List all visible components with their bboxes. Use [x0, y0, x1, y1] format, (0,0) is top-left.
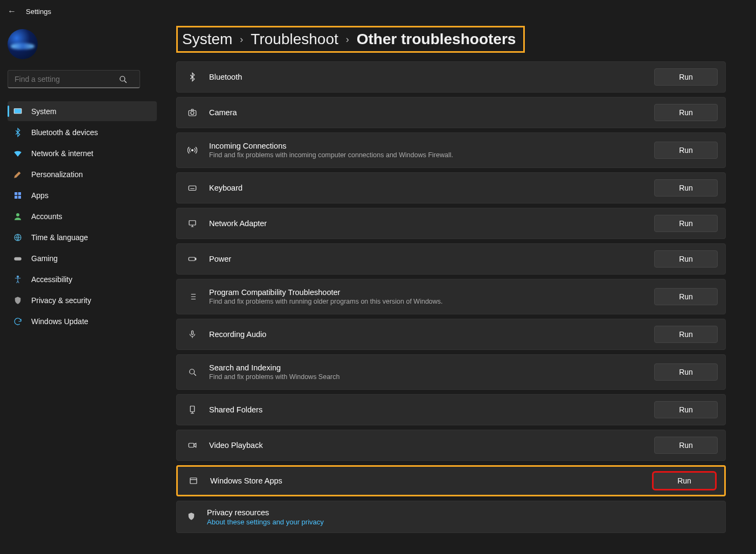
chevron-right-icon: › — [346, 34, 349, 45]
svg-point-20 — [190, 369, 195, 374]
sidebar-item-gaming[interactable]: Gaming — [8, 248, 157, 268]
svg-line-1 — [124, 81, 127, 83]
search-icon — [186, 367, 198, 377]
privacy-link[interactable]: About these settings and your privacy — [207, 518, 324, 526]
sidebar-item-label: Windows Update — [31, 317, 88, 326]
sidebar-item-label: Time & language — [31, 233, 88, 242]
sidebar-item-personalization[interactable]: Personalization — [8, 164, 157, 184]
battery-icon — [186, 254, 198, 264]
window-title: Settings — [26, 8, 51, 16]
card-title: Recording Audio — [209, 330, 643, 339]
troubleshooter-bluetooth: Bluetooth Run — [176, 61, 726, 93]
breadcrumb-current: Other troubleshooters — [357, 31, 516, 48]
svg-rect-15 — [189, 186, 196, 190]
troubleshooter-video-playback: Video Playback Run — [176, 430, 726, 461]
svg-rect-10 — [14, 257, 22, 260]
sidebar-item-bluetooth[interactable]: Bluetooth & devices — [8, 122, 157, 142]
card-title: Power — [209, 255, 643, 263]
person-icon — [13, 212, 23, 221]
list-icon — [186, 292, 198, 301]
titlebar: ← Settings — [0, 0, 756, 23]
run-button[interactable]: Run — [654, 104, 718, 121]
troubleshooter-camera: Camera Run — [176, 97, 726, 128]
sidebar-item-accessibility[interactable]: Accessibility — [8, 269, 157, 289]
back-button[interactable]: ← — [8, 6, 16, 16]
breadcrumb-highlight: System › Troubleshoot › Other troublesho… — [176, 26, 525, 53]
server-icon — [186, 405, 198, 415]
troubleshooter-recording-audio: Recording Audio Run — [176, 319, 726, 350]
apps-icon — [13, 191, 23, 200]
card-title: Program Compatibility Troubleshooter — [209, 288, 643, 297]
shield-icon — [13, 296, 23, 305]
sidebar-item-system[interactable]: System — [8, 101, 157, 121]
card-title: Keyboard — [209, 184, 643, 192]
card-title: Incoming Connections — [209, 142, 643, 150]
svg-point-11 — [17, 276, 19, 277]
card-title: Camera — [209, 108, 643, 117]
nav: System Bluetooth & devices Network & int… — [8, 101, 157, 331]
shield-icon — [186, 511, 196, 523]
avatar[interactable] — [8, 29, 38, 59]
troubleshooter-incoming: Incoming Connections Find and fix proble… — [176, 132, 726, 168]
card-title: Video Playback — [209, 441, 643, 450]
card-title: Windows Store Apps — [210, 476, 641, 485]
sidebar-item-privacy[interactable]: Privacy & security — [8, 290, 157, 310]
troubleshooter-list: Bluetooth Run Camera Run Incoming Connec… — [176, 61, 726, 496]
brush-icon — [13, 170, 23, 179]
wifi-icon — [13, 149, 23, 158]
svg-rect-7 — [18, 195, 21, 198]
run-button[interactable]: Run — [652, 471, 717, 490]
run-button[interactable]: Run — [654, 215, 718, 232]
main: System › Troubleshoot › Other troublesho… — [164, 23, 756, 549]
run-button[interactable]: Run — [654, 250, 718, 268]
run-button[interactable]: Run — [654, 401, 718, 418]
troubleshooter-search-indexing: Search and Indexing Find and fix problem… — [176, 354, 726, 390]
svg-rect-4 — [15, 192, 17, 195]
sidebar-item-network[interactable]: Network & internet — [8, 143, 157, 163]
sidebar-item-label: Bluetooth & devices — [31, 128, 98, 137]
video-icon — [186, 440, 198, 450]
breadcrumb-system[interactable]: System — [182, 31, 232, 48]
troubleshooter-power: Power Run — [176, 243, 726, 275]
sidebar-item-label: Apps — [31, 191, 48, 200]
search-container — [8, 70, 157, 88]
sidebar-item-accounts[interactable]: Accounts — [8, 206, 157, 226]
card-subtitle: Find and fix problems with incoming comp… — [209, 151, 643, 159]
breadcrumb-troubleshoot[interactable]: Troubleshoot — [251, 31, 338, 48]
sidebar-item-apps[interactable]: Apps — [8, 185, 157, 205]
svg-rect-6 — [15, 195, 17, 198]
svg-rect-24 — [190, 478, 197, 484]
accessibility-icon — [13, 275, 23, 284]
svg-line-21 — [194, 374, 196, 376]
troubleshooter-program-compat: Program Compatibility Troubleshooter Fin… — [176, 279, 726, 314]
sidebar-item-label: Gaming — [31, 254, 58, 263]
sidebar-item-time[interactable]: Time & language — [8, 227, 157, 247]
run-button[interactable]: Run — [654, 142, 718, 159]
search-icon — [118, 74, 128, 86]
svg-point-8 — [16, 213, 19, 216]
svg-rect-5 — [18, 192, 21, 195]
breadcrumb: System › Troubleshoot › Other troublesho… — [182, 31, 516, 48]
sidebar-item-update[interactable]: Windows Update — [8, 311, 157, 331]
troubleshooter-shared-folders: Shared Folders Run — [176, 394, 726, 425]
gaming-icon — [13, 254, 23, 263]
run-button[interactable]: Run — [654, 288, 718, 305]
card-title: Bluetooth — [209, 73, 643, 81]
window-icon — [188, 476, 199, 486]
run-button[interactable]: Run — [654, 363, 718, 381]
privacy-title: Privacy resources — [207, 508, 324, 517]
svg-rect-16 — [189, 221, 196, 225]
run-button[interactable]: Run — [654, 326, 718, 343]
sidebar: System Bluetooth & devices Network & int… — [0, 23, 164, 549]
update-icon — [13, 317, 23, 326]
bluetooth-icon — [186, 72, 198, 82]
run-button[interactable]: Run — [654, 68, 718, 86]
signal-icon — [186, 145, 198, 155]
run-button[interactable]: Run — [654, 179, 718, 197]
run-button[interactable]: Run — [654, 437, 718, 454]
svg-rect-23 — [189, 443, 194, 447]
sidebar-item-label: Network & internet — [31, 149, 93, 158]
card-subtitle: Find and fix problems with running older… — [209, 298, 643, 305]
svg-rect-22 — [190, 406, 195, 412]
card-subtitle: Find and fix problems with Windows Searc… — [209, 373, 643, 381]
